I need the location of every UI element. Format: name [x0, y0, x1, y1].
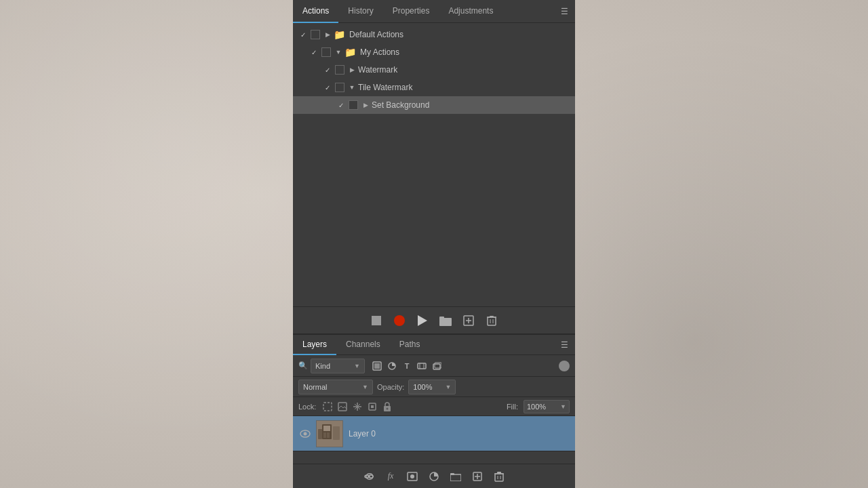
- kind-dropdown[interactable]: Kind ▼: [311, 359, 365, 373]
- kind-dropdown-label: Kind: [315, 362, 330, 370]
- lock-position-icon[interactable]: [351, 401, 363, 413]
- main-panel: Actions History Properties Adjustments ☰…: [293, 0, 575, 488]
- color-set-background: [349, 100, 358, 110]
- panel-menu-icon[interactable]: ☰: [554, 7, 575, 16]
- svg-rect-13: [418, 363, 426, 369]
- play-button[interactable]: [414, 313, 431, 328]
- action-row-watermark[interactable]: ✓ ▶ Watermark: [293, 61, 575, 79]
- record-icon: [394, 315, 405, 326]
- tab-properties[interactable]: Properties: [383, 0, 439, 23]
- svg-rect-16: [323, 403, 332, 411]
- new-action-icon: [463, 315, 474, 326]
- filter-pixel-icon[interactable]: [370, 359, 384, 373]
- tab-adjustments[interactable]: Adjustments: [439, 0, 502, 23]
- filter-toggle[interactable]: [559, 361, 570, 371]
- action-row-set-background[interactable]: ✓ ▶ Set Background: [293, 96, 575, 114]
- layer-row-0[interactable]: Layer 0: [293, 416, 575, 451]
- svg-rect-41: [450, 473, 454, 475]
- opacity-dropdown[interactable]: 100% ▼: [408, 380, 456, 394]
- svg-rect-31: [323, 432, 326, 438]
- tab-layers[interactable]: Layers: [293, 335, 336, 355]
- expand-default-actions[interactable]: ▶: [323, 31, 332, 38]
- new-layer-button[interactable]: [469, 468, 486, 485]
- lock-all-icon[interactable]: [381, 401, 393, 413]
- folder-default-actions: 📁: [334, 29, 345, 40]
- label-tile-watermark: Tile Watermark: [358, 83, 412, 92]
- svg-rect-32: [327, 432, 330, 438]
- add-mask-button[interactable]: [404, 468, 420, 485]
- filter-shape-icon[interactable]: [415, 359, 429, 373]
- layer-thumbnail: [316, 420, 343, 447]
- create-group-button[interactable]: [448, 468, 464, 485]
- fill-chevron-icon: ▼: [560, 403, 566, 410]
- blend-mode-dropdown[interactable]: Normal ▼: [298, 380, 373, 394]
- filter-smartobject-icon[interactable]: [430, 359, 443, 373]
- color-tile-watermark: [335, 83, 344, 92]
- filter-adjustment-icon[interactable]: [385, 359, 399, 373]
- tab-paths[interactable]: Paths: [390, 335, 430, 355]
- lock-image-icon[interactable]: [336, 401, 349, 413]
- delete-layer-button[interactable]: [491, 468, 507, 485]
- check-watermark[interactable]: ✓: [323, 65, 332, 75]
- opacity-label: Opacity:: [377, 383, 404, 391]
- record-button[interactable]: [391, 313, 408, 328]
- stop-button[interactable]: [368, 313, 385, 328]
- new-set-button[interactable]: [437, 313, 454, 328]
- svg-rect-17: [338, 403, 347, 411]
- svg-rect-23: [371, 405, 374, 408]
- filter-row: 🔍 Kind ▼ T: [293, 355, 575, 377]
- svg-rect-40: [450, 474, 461, 481]
- fill-dropdown[interactable]: 100% ▼: [524, 400, 570, 413]
- action-row-default-actions[interactable]: ✓ ▶ 📁 Default Actions: [293, 26, 575, 43]
- top-tab-bar: Actions History Properties Adjustments ☰: [293, 0, 575, 23]
- blend-chevron-icon: ▼: [362, 384, 368, 390]
- expand-set-background[interactable]: ▶: [361, 102, 370, 108]
- lock-artboard-icon[interactable]: [366, 401, 378, 413]
- stop-icon: [372, 316, 381, 325]
- tab-channels[interactable]: Channels: [336, 335, 390, 355]
- color-my-actions: [321, 47, 331, 57]
- check-my-actions[interactable]: ✓: [309, 47, 319, 57]
- lock-transparent-icon[interactable]: [321, 401, 334, 413]
- layer-list: Layer 0: [293, 416, 575, 464]
- svg-rect-7: [490, 316, 494, 317]
- delete-action-button[interactable]: [483, 313, 500, 328]
- expand-watermark[interactable]: ▶: [347, 66, 357, 73]
- layers-tab-bar: Layers Channels Paths ☰: [293, 335, 575, 355]
- filter-type-icon[interactable]: T: [400, 359, 414, 373]
- tab-actions[interactable]: Actions: [293, 0, 338, 23]
- blend-mode-label: Normal: [303, 383, 327, 391]
- svg-point-27: [304, 432, 307, 435]
- link-layers-button[interactable]: [361, 468, 377, 485]
- label-my-actions: My Actions: [360, 47, 399, 57]
- check-set-background[interactable]: ✓: [336, 100, 346, 110]
- lock-label: Lock:: [298, 403, 316, 411]
- action-row-tile-watermark[interactable]: ✓ ▼ Tile Watermark: [293, 79, 575, 96]
- layers-menu-icon[interactable]: ☰: [554, 340, 575, 350]
- search-icon: 🔍: [298, 361, 308, 370]
- svg-rect-5: [488, 317, 496, 325]
- svg-point-25: [387, 407, 389, 409]
- tab-history[interactable]: History: [338, 0, 382, 23]
- svg-rect-47: [497, 472, 501, 474]
- add-style-button[interactable]: fx: [382, 468, 399, 485]
- svg-rect-1: [439, 317, 444, 319]
- filter-icons: T: [370, 359, 443, 373]
- check-default-actions[interactable]: ✓: [298, 30, 308, 39]
- kind-chevron-icon: ▼: [354, 363, 360, 369]
- opacity-chevron-icon: ▼: [445, 384, 451, 390]
- expand-my-actions[interactable]: ▼: [334, 49, 343, 56]
- actions-panel: ✓ ▶ 📁 Default Actions ✓ ▼ 📁 My Actions ✓…: [293, 23, 575, 333]
- expand-tile-watermark[interactable]: ▼: [347, 84, 357, 91]
- check-tile-watermark[interactable]: ✓: [323, 83, 332, 92]
- layer-name: Layer 0: [349, 429, 376, 439]
- layer-visibility-icon[interactable]: [298, 427, 312, 441]
- adjustment-layer-button[interactable]: [426, 468, 442, 485]
- layers-toolbar: fx: [293, 464, 575, 488]
- new-action-button[interactable]: [460, 313, 477, 328]
- folder-my-actions: 📁: [344, 47, 356, 58]
- actions-list: ✓ ▶ 📁 Default Actions ✓ ▼ 📁 My Actions ✓…: [293, 23, 575, 306]
- action-row-my-actions[interactable]: ✓ ▼ 📁 My Actions: [293, 43, 575, 61]
- actions-toolbar: [293, 306, 575, 333]
- svg-rect-30: [323, 426, 330, 431]
